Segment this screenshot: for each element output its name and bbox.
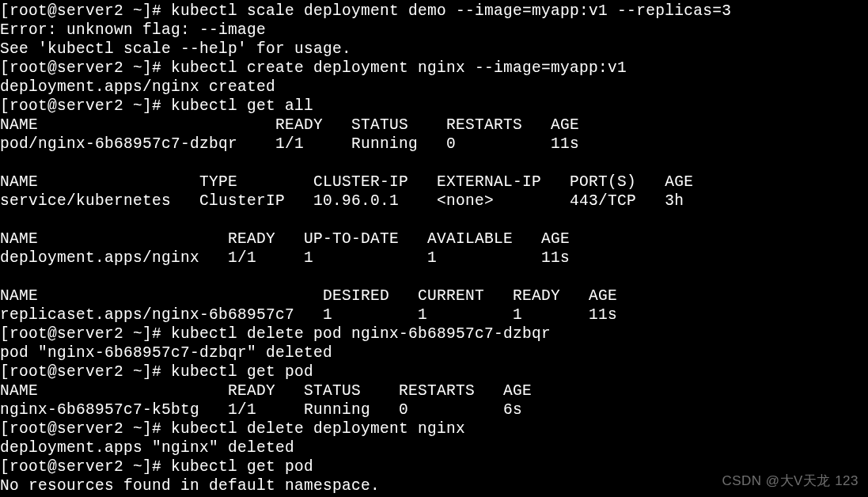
- terminal-output[interactable]: [root@server2 ~]# kubectl scale deployme…: [0, 2, 868, 497]
